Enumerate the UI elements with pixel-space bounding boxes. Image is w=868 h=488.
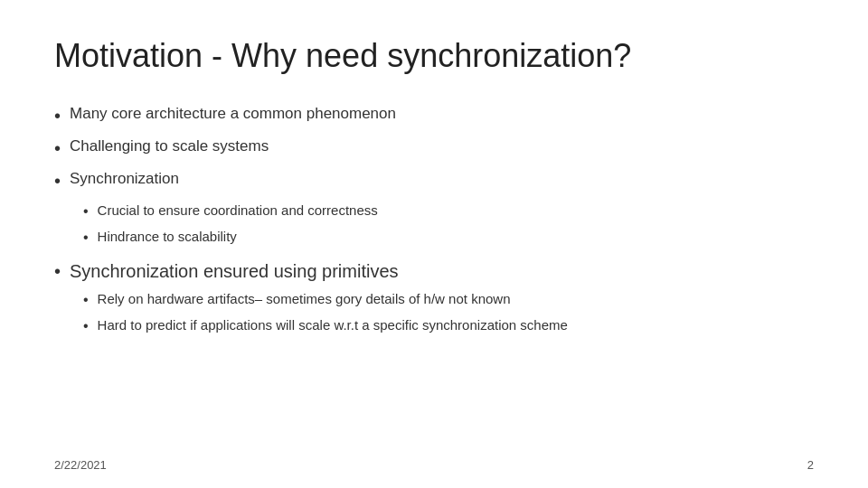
footer-page: 2 (807, 458, 814, 472)
sub-bullet-text-3-2: Hindrance to scalability (98, 226, 237, 248)
bullet-dot-1: • (54, 102, 61, 129)
sub-bullet-3-1: • Crucial to ensure coordination and cor… (83, 200, 814, 223)
sub-bullets-3: • Crucial to ensure coordination and cor… (83, 200, 814, 249)
bullet-text-4: Synchronization ensured using primitives (70, 258, 399, 285)
bullet-text-3: Synchronization (70, 167, 179, 191)
bullet-dot-2: • (54, 135, 61, 162)
slide: Motivation - Why need synchronization? •… (0, 0, 868, 488)
sub-bullet-text-4-1: Rely on hardware artifacts– sometimes go… (98, 288, 511, 310)
bullet-4: • Synchronization ensured using primitiv… (54, 258, 814, 285)
sub-bullet-text-3-1: Crucial to ensure coordination and corre… (98, 200, 378, 221)
sub-bullet-dot-3-2: • (83, 226, 89, 249)
sub-bullet-4-2: • Hard to predict if applications will s… (83, 314, 814, 338)
sub-bullets-4: • Rely on hardware artifacts– sometimes … (83, 288, 814, 337)
sub-bullet-text-4-2: Hard to predict if applications will sca… (98, 314, 568, 336)
bullet-2: • Challenging to scale systems (54, 135, 814, 162)
footer-date: 2/22/2021 (54, 458, 107, 472)
slide-footer: 2/22/2021 2 (54, 458, 814, 472)
sub-bullet-3-2: • Hindrance to scalability (83, 226, 814, 249)
bullet-text-2: Challenging to scale systems (70, 135, 269, 158)
slide-content: • Many core architecture a common phenom… (54, 102, 814, 337)
bullet-dot-3: • (54, 167, 61, 194)
bullet-1: • Many core architecture a common phenom… (54, 102, 814, 129)
sub-bullet-4-1: • Rely on hardware artifacts– sometimes … (83, 288, 814, 312)
bullet-dot-4: • (54, 258, 61, 285)
slide-title: Motivation - Why need synchronization? (54, 36, 814, 75)
sub-bullet-dot-3-1: • (83, 200, 89, 223)
sub-bullet-dot-4-1: • (83, 288, 89, 312)
bullet-3: • Synchronization (54, 167, 814, 194)
sub-bullet-dot-4-2: • (83, 314, 89, 338)
bullet-text-1: Many core architecture a common phenomen… (70, 102, 396, 126)
